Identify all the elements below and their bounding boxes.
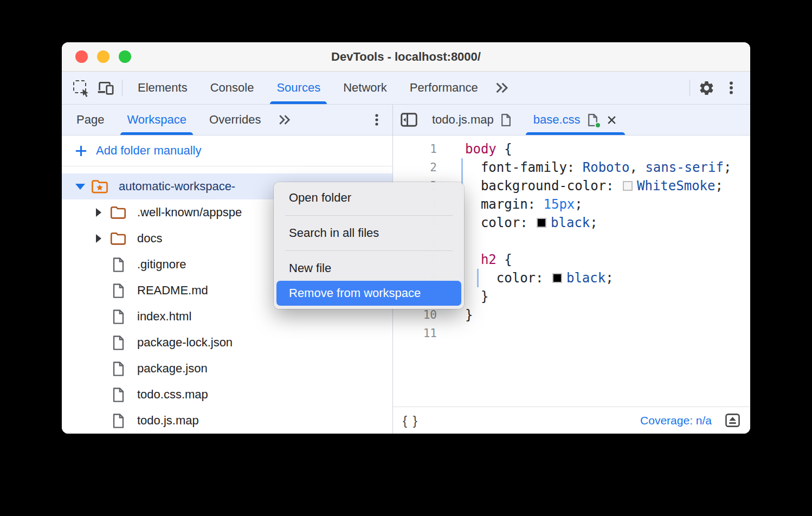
code-token — [465, 252, 481, 267]
close-icon — [606, 114, 617, 126]
tree-item-label: README.md — [137, 283, 208, 298]
tree-item-icon — [108, 361, 128, 377]
menu-divider — [285, 250, 453, 251]
close-window-button[interactable] — [75, 50, 88, 63]
tab-network[interactable]: Network — [332, 72, 398, 104]
navigator-menu-button[interactable] — [364, 107, 389, 132]
code-text: body { — [465, 140, 512, 158]
code-token — [465, 197, 481, 212]
line-number[interactable]: 11 — [393, 324, 437, 343]
tree-item-label: .gitignore — [137, 257, 186, 272]
minimize-window-button[interactable] — [97, 50, 109, 63]
desktop-background: DevTools - localhost:8000/ E — [0, 0, 812, 516]
code-text: font-family: Roboto, sans-serif; — [465, 158, 731, 177]
editor-statusbar: { } Coverage: n/a — [393, 407, 750, 434]
chevron-double-icon — [494, 81, 510, 95]
code-token — [465, 270, 497, 286]
traffic-lights — [75, 42, 131, 71]
editor-tab-file-icon — [587, 113, 598, 127]
line-number[interactable]: 2 — [393, 158, 437, 177]
code-line: 11 — [393, 324, 750, 343]
tab-elements[interactable]: Elements — [126, 72, 199, 104]
tree-row-package-lock-json[interactable]: package-lock.json — [62, 330, 392, 356]
inspect-element-button[interactable] — [68, 75, 93, 100]
tree-row-todo-js-map[interactable]: todo.js.map — [62, 408, 392, 434]
color-swatch[interactable] — [623, 181, 633, 191]
add-folder-button[interactable]: Add folder manually — [62, 136, 392, 166]
navigator-tab-overrides[interactable]: Overrides — [198, 105, 272, 135]
tab-sources[interactable]: Sources — [265, 72, 332, 104]
code-token: ; — [590, 215, 597, 230]
coverage-link[interactable]: Coverage: n/a — [640, 414, 712, 427]
folder-icon — [110, 231, 126, 246]
customize-devtools-button[interactable] — [719, 75, 744, 100]
menu-item-open-folder[interactable]: Open folder — [276, 185, 461, 210]
eject-icon — [725, 412, 740, 428]
tree-item-label: docs — [137, 231, 162, 246]
menu-item-new-file[interactable]: New file — [276, 256, 461, 281]
code-token: ; — [575, 197, 582, 212]
more-navigator-tabs-button[interactable] — [272, 107, 297, 132]
expand-toggle[interactable] — [89, 208, 108, 217]
tree-item-icon — [108, 257, 128, 273]
code-token: : — [520, 215, 536, 230]
kebab-menu-icon — [370, 112, 383, 127]
zoom-window-button[interactable] — [119, 50, 131, 63]
expand-toggle[interactable] — [89, 234, 108, 243]
triangle-right-icon — [96, 208, 101, 217]
devtools-window: DevTools - localhost:8000/ E — [62, 42, 750, 434]
close-tab-button[interactable] — [606, 114, 617, 126]
color-swatch[interactable] — [552, 273, 562, 283]
editor-tab-base-css[interactable]: base.css — [523, 105, 628, 135]
tree-item-label: automatic-workspace- — [119, 179, 235, 194]
menu-item-remove-from-workspace[interactable]: Remove from workspace — [276, 281, 461, 306]
code-token — [465, 160, 481, 175]
tree-item-label: todo.css.map — [137, 388, 208, 402]
toggle-navigator-button[interactable] — [396, 107, 421, 132]
code-token: : — [606, 178, 622, 194]
code-text: background-color: WhiteSmoke; — [465, 177, 723, 195]
tree-item-icon — [108, 309, 128, 325]
file-icon — [112, 283, 125, 299]
line-number[interactable]: 1 — [393, 140, 437, 158]
tree-item-icon — [108, 283, 128, 299]
code-text: margin: 15px; — [465, 195, 583, 214]
pretty-print-button[interactable]: { } — [403, 413, 418, 428]
code-token: background-color — [481, 178, 606, 194]
folder-icon — [110, 205, 126, 220]
color-swatch[interactable] — [537, 218, 546, 228]
toggle-drawer-button[interactable] — [725, 412, 740, 428]
menu-item-search-in-all-files[interactable]: Search in all files — [276, 221, 461, 246]
device-toolbar-button[interactable] — [93, 75, 118, 100]
tree-row-package-json[interactable]: package.json — [62, 356, 392, 382]
tree-row-todo-css-map[interactable]: todo.css.map — [62, 382, 392, 408]
tab-console[interactable]: Console — [199, 72, 266, 104]
code-token: Roboto — [583, 160, 630, 175]
code-token: } — [465, 289, 488, 304]
tab-performance[interactable]: Performance — [398, 72, 489, 104]
editor-tab-todo-js-map[interactable]: todo.js.map — [421, 105, 523, 135]
code-text: h2 { — [465, 250, 512, 269]
settings-button[interactable] — [694, 75, 719, 100]
file-icon — [112, 387, 125, 403]
file-icon — [112, 413, 125, 429]
editor-tab-bar: todo.js.mapbase.css — [393, 105, 750, 136]
triangle-down-icon — [75, 184, 85, 190]
file-icon — [112, 257, 125, 273]
expand-toggle[interactable] — [70, 184, 90, 190]
code-token: sans-serif — [645, 160, 724, 175]
cursor-arrow-icon — [81, 88, 90, 98]
menu-divider — [285, 215, 453, 216]
navigator-tab-workspace[interactable]: Workspace — [115, 105, 198, 135]
navigator-tab-page[interactable]: Page — [65, 105, 115, 135]
code-token: h2 — [481, 252, 497, 267]
code-token: font-family — [481, 160, 567, 175]
chevron-double-icon — [277, 113, 292, 126]
workspace-folder-star-icon — [91, 179, 108, 194]
window-title: DevTools - localhost:8000/ — [331, 50, 481, 64]
code-token: black — [551, 215, 590, 230]
code-token: margin — [481, 197, 528, 212]
more-panels-button[interactable] — [489, 75, 514, 100]
code-text: color: black; — [465, 214, 598, 232]
code-token: ; — [605, 270, 613, 286]
